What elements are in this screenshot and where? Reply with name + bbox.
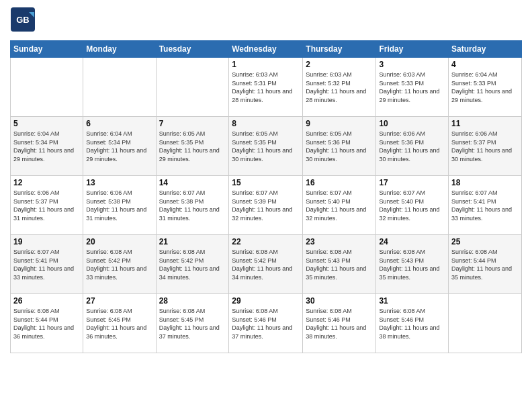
svg-text:GB: GB [16,15,30,25]
day-number: 22 [232,237,300,246]
day-info: Sunrise: 6:08 AM Sunset: 5:43 PM Dayligh… [306,248,373,281]
calendar-cell: 15Sunrise: 6:07 AM Sunset: 5:39 PM Dayli… [229,176,303,235]
calendar-cell: 16Sunrise: 6:07 AM Sunset: 5:40 PM Dayli… [303,176,376,235]
day-number: 11 [451,119,519,128]
day-info: Sunrise: 6:06 AM Sunset: 5:37 PM Dayligh… [13,189,80,222]
day-of-week-tuesday: Tuesday [156,41,229,58]
calendar-cell: 12Sunrise: 6:06 AM Sunset: 5:37 PM Dayli… [11,176,83,235]
day-info: Sunrise: 6:06 AM Sunset: 5:36 PM Dayligh… [379,130,445,163]
day-of-week-sunday: Sunday [11,41,83,58]
day-info: Sunrise: 6:07 AM Sunset: 5:40 PM Dayligh… [379,189,445,222]
day-info: Sunrise: 6:03 AM Sunset: 5:32 PM Dayligh… [306,71,373,104]
day-number: 14 [159,178,226,187]
day-info: Sunrise: 6:08 AM Sunset: 5:44 PM Dayligh… [13,307,80,340]
day-number: 20 [86,237,152,246]
day-info: Sunrise: 6:08 AM Sunset: 5:44 PM Dayligh… [451,248,519,281]
calendar-cell: 18Sunrise: 6:07 AM Sunset: 5:41 PM Dayli… [449,176,522,235]
day-info: Sunrise: 6:05 AM Sunset: 5:36 PM Dayligh… [306,130,373,163]
day-info: Sunrise: 6:07 AM Sunset: 5:41 PM Dayligh… [13,248,80,281]
day-number: 26 [13,296,80,306]
calendar-cell: 23Sunrise: 6:08 AM Sunset: 5:43 PM Dayli… [303,235,376,294]
day-info: Sunrise: 6:08 AM Sunset: 5:46 PM Dayligh… [232,307,300,340]
day-info: Sunrise: 6:08 AM Sunset: 5:46 PM Dayligh… [306,307,373,340]
day-info: Sunrise: 6:08 AM Sunset: 5:45 PM Dayligh… [86,307,152,340]
day-info: Sunrise: 6:07 AM Sunset: 5:38 PM Dayligh… [159,189,226,222]
day-number: 4 [451,60,519,69]
day-info: Sunrise: 6:04 AM Sunset: 5:34 PM Dayligh… [13,130,80,163]
day-of-week-friday: Friday [376,41,449,58]
day-number: 3 [379,60,445,69]
calendar-cell: 5Sunrise: 6:04 AM Sunset: 5:34 PM Daylig… [11,117,83,176]
calendar-cell: 1Sunrise: 6:03 AM Sunset: 5:31 PM Daylig… [229,58,303,117]
calendar-cell: 11Sunrise: 6:06 AM Sunset: 5:37 PM Dayli… [449,117,522,176]
day-number: 21 [159,237,226,246]
calendar-cell: 17Sunrise: 6:07 AM Sunset: 5:40 PM Dayli… [376,176,449,235]
calendar-cell [11,58,83,117]
calendar-header-row: SundayMondayTuesdayWednesdayThursdayFrid… [11,41,522,58]
day-info: Sunrise: 6:08 AM Sunset: 5:42 PM Dayligh… [86,248,152,281]
calendar-cell: 4Sunrise: 6:04 AM Sunset: 5:33 PM Daylig… [449,58,522,117]
day-number: 17 [379,178,445,187]
calendar-table: SundayMondayTuesdayWednesdayThursdayFrid… [10,40,522,353]
day-number: 24 [379,237,445,246]
calendar-cell [449,294,522,353]
day-info: Sunrise: 6:03 AM Sunset: 5:33 PM Dayligh… [379,71,445,104]
calendar-cell: 8Sunrise: 6:05 AM Sunset: 5:35 PM Daylig… [229,117,303,176]
calendar-cell: 13Sunrise: 6:06 AM Sunset: 5:38 PM Dayli… [83,176,156,235]
day-number: 27 [86,296,152,306]
calendar-cell: 14Sunrise: 6:07 AM Sunset: 5:38 PM Dayli… [156,176,229,235]
day-info: Sunrise: 6:08 AM Sunset: 5:42 PM Dayligh… [232,248,300,281]
day-number: 30 [306,296,373,306]
day-number: 7 [159,119,226,128]
day-info: Sunrise: 6:06 AM Sunset: 5:38 PM Dayligh… [86,189,152,222]
day-number: 8 [232,119,300,128]
day-number: 23 [306,237,373,246]
day-of-week-monday: Monday [83,41,156,58]
day-info: Sunrise: 6:04 AM Sunset: 5:34 PM Dayligh… [86,130,152,163]
day-info: Sunrise: 6:08 AM Sunset: 5:42 PM Dayligh… [159,248,226,281]
calendar-cell: 30Sunrise: 6:08 AM Sunset: 5:46 PM Dayli… [303,294,376,353]
logo-icon: GB [10,7,36,32]
calendar-cell: 9Sunrise: 6:05 AM Sunset: 5:36 PM Daylig… [303,117,376,176]
header: GB [10,7,522,35]
calendar-cell: 20Sunrise: 6:08 AM Sunset: 5:42 PM Dayli… [83,235,156,294]
calendar-cell: 19Sunrise: 6:07 AM Sunset: 5:41 PM Dayli… [11,235,83,294]
day-number: 9 [306,119,373,128]
calendar-cell: 25Sunrise: 6:08 AM Sunset: 5:44 PM Dayli… [449,235,522,294]
day-info: Sunrise: 6:05 AM Sunset: 5:35 PM Dayligh… [159,130,226,163]
day-of-week-saturday: Saturday [449,41,522,58]
calendar-cell: 31Sunrise: 6:08 AM Sunset: 5:46 PM Dayli… [376,294,449,353]
day-info: Sunrise: 6:07 AM Sunset: 5:41 PM Dayligh… [451,189,519,222]
day-number: 31 [379,296,445,306]
calendar-cell [83,58,156,117]
calendar-week-row: 26Sunrise: 6:08 AM Sunset: 5:44 PM Dayli… [11,294,522,353]
calendar-week-row: 5Sunrise: 6:04 AM Sunset: 5:34 PM Daylig… [11,117,522,176]
day-number: 18 [451,178,519,187]
calendar-cell: 28Sunrise: 6:08 AM Sunset: 5:45 PM Dayli… [156,294,229,353]
calendar-cell: 26Sunrise: 6:08 AM Sunset: 5:44 PM Dayli… [11,294,83,353]
day-number: 15 [232,178,300,187]
calendar-week-row: 1Sunrise: 6:03 AM Sunset: 5:31 PM Daylig… [11,58,522,117]
calendar-cell: 27Sunrise: 6:08 AM Sunset: 5:45 PM Dayli… [83,294,156,353]
day-of-week-thursday: Thursday [303,41,376,58]
logo: GB [10,7,38,35]
day-number: 12 [13,178,80,187]
day-number: 13 [86,178,152,187]
calendar-cell: 2Sunrise: 6:03 AM Sunset: 5:32 PM Daylig… [303,58,376,117]
day-info: Sunrise: 6:06 AM Sunset: 5:37 PM Dayligh… [451,130,519,163]
day-number: 16 [306,178,373,187]
calendar-cell: 10Sunrise: 6:06 AM Sunset: 5:36 PM Dayli… [376,117,449,176]
calendar-cell: 6Sunrise: 6:04 AM Sunset: 5:34 PM Daylig… [83,117,156,176]
day-info: Sunrise: 6:08 AM Sunset: 5:45 PM Dayligh… [159,307,226,340]
day-number: 5 [13,119,80,128]
page: GB SundayMondayTuesdayWednesdayThursdayF… [0,0,532,411]
day-info: Sunrise: 6:07 AM Sunset: 5:39 PM Dayligh… [232,189,300,222]
calendar-week-row: 12Sunrise: 6:06 AM Sunset: 5:37 PM Dayli… [11,176,522,235]
day-number: 29 [232,296,300,306]
day-info: Sunrise: 6:08 AM Sunset: 5:43 PM Dayligh… [379,248,445,281]
day-info: Sunrise: 6:07 AM Sunset: 5:40 PM Dayligh… [306,189,373,222]
calendar-cell: 21Sunrise: 6:08 AM Sunset: 5:42 PM Dayli… [156,235,229,294]
calendar-cell: 3Sunrise: 6:03 AM Sunset: 5:33 PM Daylig… [376,58,449,117]
day-number: 6 [86,119,152,128]
calendar-cell: 24Sunrise: 6:08 AM Sunset: 5:43 PM Dayli… [376,235,449,294]
